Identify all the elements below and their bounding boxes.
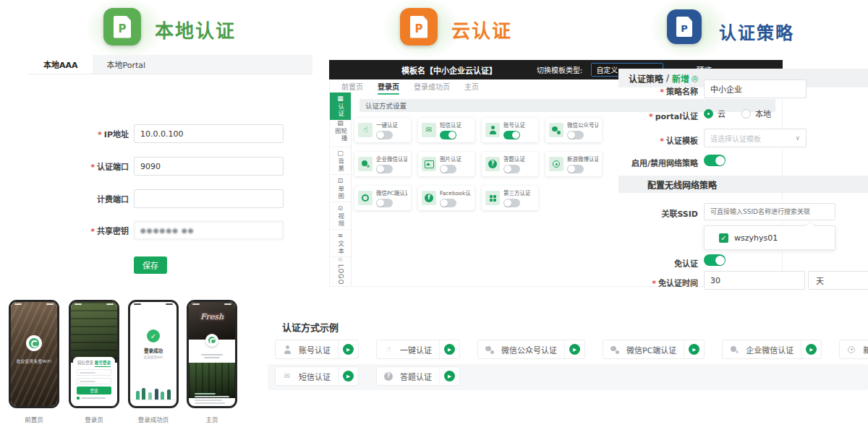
form-row-accounting-port: 计费端口 — [0, 189, 312, 208]
wechat-pc-toggle[interactable] — [376, 199, 393, 207]
tab-home-page[interactable]: 主页 — [464, 81, 479, 95]
auth-port-label: *认证端口 — [13, 160, 129, 172]
policy-name-label: *策略名称 — [590, 85, 698, 97]
ssid-search-input[interactable] — [704, 203, 835, 220]
example-quiz-auth[interactable]: 答题认证▶ — [376, 366, 460, 386]
example-label: 账号认证 — [299, 344, 331, 355]
store-photo — [11, 302, 57, 406]
quiz-toggle[interactable] — [503, 165, 520, 173]
auth-card-label: Facebook认证 — [440, 189, 471, 197]
tab-local-portal[interactable]: 本地Portal — [93, 55, 161, 74]
agreement-row — [77, 397, 111, 400]
auth-card-facebook: Facebook认证 — [418, 186, 475, 210]
wecom-icon — [730, 345, 739, 354]
weibo-toggle[interactable] — [567, 165, 584, 173]
example-wecom-auth[interactable]: 企业微信认证▶ — [722, 340, 822, 359]
sms-toggle[interactable] — [440, 131, 456, 139]
example-wechat-pc-auth[interactable]: 微信PC端认证▶ — [603, 340, 705, 359]
play-button[interactable]: ▶ — [440, 367, 459, 385]
sidebar-item-text[interactable]: ≡文本 — [330, 230, 351, 257]
example-account-auth[interactable]: 账号认证▶ — [275, 340, 359, 359]
wechat-official-icon — [485, 345, 494, 354]
phone-statusbar — [189, 302, 235, 306]
example-wechat-official-auth[interactable]: 微信公众号认证▶ — [477, 340, 585, 359]
radio-cloud[interactable] — [704, 109, 713, 118]
wechat-pc-icon — [361, 194, 370, 202]
wechat-pc-icon — [610, 345, 619, 354]
wecom-toggle[interactable] — [376, 165, 393, 173]
play-button[interactable]: ▶ — [339, 367, 358, 385]
local-tabbar: 本地AAA 本地Portal — [29, 55, 312, 74]
accounting-port-input[interactable] — [134, 189, 284, 208]
enable-network-policy-label: 启用/禁用网络策略 — [590, 157, 698, 168]
third-party-icon — [488, 194, 497, 202]
sidebar-item-logo[interactable]: ☆LOGO — [330, 257, 351, 285]
free-auth-toggle[interactable] — [704, 254, 726, 266]
cloud-auth-title: 云认证 — [451, 16, 512, 43]
breadcrumb-root[interactable]: 认证策略 — [629, 72, 663, 85]
background-icon: ▢ — [337, 150, 344, 157]
page: P 本地认证 本地AAA 本地Portal *IP地址 *认证端口 计费端口 *… — [0, 0, 868, 427]
sidebar-item-carousel[interactable]: ▤轮播图 — [330, 120, 351, 147]
enable-network-policy-toggle[interactable] — [704, 155, 726, 166]
play-button[interactable]: ▶ — [565, 340, 584, 358]
auth-card-label: 第三方认证 — [503, 189, 531, 197]
example-label: 新浪微博认证 — [863, 344, 868, 355]
weibo-icon — [552, 160, 561, 168]
phone-caption: 主页 — [187, 415, 237, 423]
one-click-toggle[interactable] — [376, 131, 393, 139]
free-auth-time-input[interactable] — [704, 271, 805, 290]
auth-port-input[interactable] — [134, 157, 284, 176]
sidebar-item-background[interactable]: ▢背景 — [330, 147, 351, 175]
auth-template-select[interactable]: 请选择认证模板∨ — [704, 129, 807, 147]
local-auth-doc-icon: P — [103, 8, 141, 46]
examples-row-1: 账号认证▶ 一键认证▶ 微信公众号认证▶ 微信PC端认证▶ 企业微信认证▶ 新浪… — [275, 340, 868, 359]
account-toggle[interactable] — [503, 131, 520, 139]
facebook-toggle[interactable] — [440, 199, 456, 207]
brand-text: Fresh — [189, 312, 235, 322]
text-icon: ≡ — [338, 233, 344, 239]
examples-row-2: 短信认证▶ 答题认证▶ — [275, 366, 460, 386]
account-icon — [488, 126, 497, 134]
auth-card-label: 短信认证 — [440, 121, 461, 129]
sidebar-item-auth[interactable]: ▦认证 — [330, 92, 351, 120]
tab-local-aaa[interactable]: 本地AAA — [29, 55, 93, 74]
image-toggle[interactable] — [440, 165, 456, 173]
portal-auth-label: *portal认证 — [590, 110, 698, 121]
example-label: 微信PC端认证 — [626, 344, 676, 355]
phone-statusbar — [11, 302, 57, 306]
wecom-icon — [361, 160, 370, 168]
grid-icon: ▦ — [337, 95, 344, 102]
third-party-toggle[interactable] — [503, 199, 520, 207]
sidebar-item-single-image[interactable]: ⊡单图 — [330, 175, 351, 202]
ssid-dropdown: ✓ wszyhys01 — [704, 225, 835, 250]
local-auth-title: 本地认证 — [155, 16, 236, 43]
ssid-option[interactable]: wszyhys01 — [734, 233, 778, 243]
radio-local[interactable] — [741, 109, 751, 118]
shared-key-input[interactable] — [134, 221, 284, 240]
document-icon: P — [114, 16, 131, 38]
radio-local-label: 本地 — [755, 108, 771, 119]
wechat-official-toggle[interactable] — [567, 131, 584, 139]
sidebar-item-video[interactable]: ⊙视频 — [330, 202, 351, 230]
play-button[interactable]: ▶ — [339, 340, 358, 358]
ssid-checkbox[interactable]: ✓ — [719, 233, 728, 243]
auth-method-grid: 一键认证 短信认证 账号认证 微信公众号认证 企业微信认证 图片认证 答题认证 … — [354, 118, 618, 220]
ip-address-input[interactable] — [134, 124, 284, 143]
save-button[interactable]: 保存 — [134, 256, 167, 274]
tab-login-success-page[interactable]: 登录成功页 — [414, 81, 450, 95]
play-button[interactable]: ▶ — [801, 340, 821, 358]
phone-preview-login-page: 短信登录 账号登录 登录 — [69, 300, 119, 408]
example-weibo-auth[interactable]: 新浪微博认证▶ — [839, 340, 868, 359]
play-button[interactable]: ▶ — [684, 340, 704, 358]
policy-name-input[interactable] — [704, 79, 807, 98]
example-sms-auth[interactable]: 短信认证▶ — [275, 366, 359, 386]
auth-card-label: 答题认证 — [503, 155, 525, 163]
example-one-click-auth[interactable]: 一键认证▶ — [376, 340, 460, 359]
login-button: 登录 — [77, 387, 111, 394]
play-button[interactable]: ▶ — [440, 340, 459, 358]
phone-caption: 登录页 — [69, 415, 119, 423]
tab-login-page[interactable]: 登录页 — [378, 81, 399, 95]
breadcrumb-current: 新增 — [672, 72, 689, 85]
phone-statusbar — [130, 302, 176, 306]
